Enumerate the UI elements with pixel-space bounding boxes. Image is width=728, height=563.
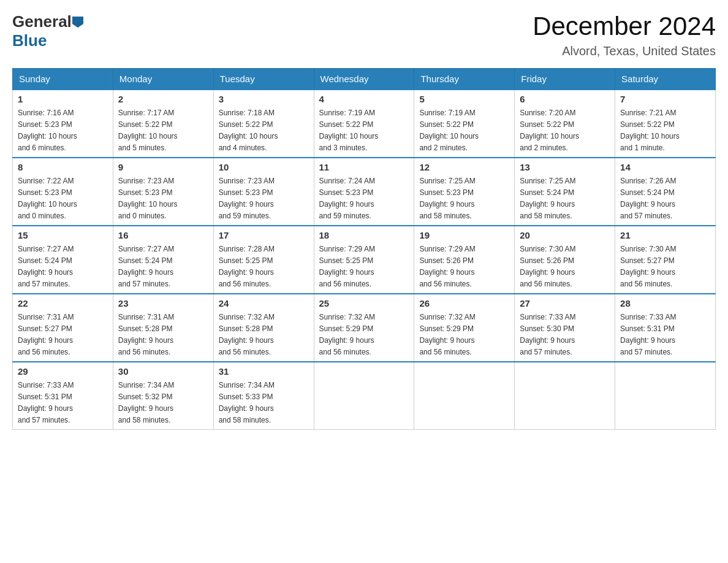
- day-number: 22: [18, 298, 108, 308]
- day-number: 12: [419, 162, 509, 172]
- table-row: 4 Sunrise: 7:19 AMSunset: 5:22 PMDayligh…: [314, 90, 414, 158]
- table-row: 19 Sunrise: 7:29 AMSunset: 5:26 PMDaylig…: [414, 226, 515, 294]
- table-row: 22 Sunrise: 7:31 AMSunset: 5:27 PMDaylig…: [13, 294, 113, 362]
- day-info: Sunrise: 7:29 AMSunset: 5:25 PMDaylight:…: [319, 245, 375, 288]
- day-number: 24: [219, 298, 309, 308]
- day-number: 19: [419, 230, 509, 240]
- day-number: 2: [118, 94, 208, 104]
- day-info: Sunrise: 7:31 AMSunset: 5:28 PMDaylight:…: [118, 313, 174, 356]
- table-row: 31 Sunrise: 7:34 AMSunset: 5:33 PMDaylig…: [213, 362, 314, 430]
- day-number: 4: [319, 94, 409, 104]
- header-thursday: Thursday: [414, 69, 515, 90]
- day-info: Sunrise: 7:32 AMSunset: 5:28 PMDaylight:…: [219, 313, 275, 356]
- table-row: 12 Sunrise: 7:25 AMSunset: 5:23 PMDaylig…: [414, 158, 515, 226]
- day-info: Sunrise: 7:18 AMSunset: 5:22 PMDaylight:…: [219, 109, 278, 152]
- day-info: Sunrise: 7:33 AMSunset: 5:30 PMDaylight:…: [520, 313, 575, 356]
- day-number: 9: [118, 162, 208, 172]
- day-number: 16: [118, 230, 208, 240]
- table-row: [314, 362, 414, 430]
- logo: General Blue: [12, 12, 84, 50]
- calendar-title: December 2024: [533, 12, 716, 40]
- logo-blue-text: Blue: [12, 31, 47, 50]
- table-row: 17 Sunrise: 7:28 AMSunset: 5:25 PMDaylig…: [213, 226, 314, 294]
- calendar-table: Sunday Monday Tuesday Wednesday Thursday…: [12, 68, 716, 430]
- day-info: Sunrise: 7:33 AMSunset: 5:31 PMDaylight:…: [620, 313, 676, 356]
- table-row: 8 Sunrise: 7:22 AMSunset: 5:23 PMDayligh…: [13, 158, 113, 226]
- table-row: 27 Sunrise: 7:33 AMSunset: 5:30 PMDaylig…: [515, 294, 615, 362]
- day-info: Sunrise: 7:24 AMSunset: 5:23 PMDaylight:…: [319, 177, 375, 220]
- table-row: 14 Sunrise: 7:26 AMSunset: 5:24 PMDaylig…: [615, 158, 716, 226]
- day-number: 30: [118, 366, 208, 377]
- table-row: 2 Sunrise: 7:17 AMSunset: 5:22 PMDayligh…: [113, 90, 213, 158]
- calendar-week-row: 22 Sunrise: 7:31 AMSunset: 5:27 PMDaylig…: [13, 294, 716, 362]
- table-row: 25 Sunrise: 7:32 AMSunset: 5:29 PMDaylig…: [314, 294, 414, 362]
- day-number: 29: [18, 366, 108, 377]
- day-info: Sunrise: 7:34 AMSunset: 5:33 PMDaylight:…: [219, 381, 275, 424]
- weekday-header-row: Sunday Monday Tuesday Wednesday Thursday…: [13, 69, 716, 90]
- day-info: Sunrise: 7:17 AMSunset: 5:22 PMDaylight:…: [118, 109, 178, 152]
- day-number: 23: [118, 298, 208, 308]
- day-info: Sunrise: 7:21 AMSunset: 5:22 PMDaylight:…: [620, 109, 680, 152]
- logo-flag-icon: [72, 17, 83, 28]
- day-number: 25: [319, 298, 409, 308]
- calendar-subtitle: Alvord, Texas, United States: [533, 44, 716, 58]
- day-info: Sunrise: 7:22 AMSunset: 5:23 PMDaylight:…: [18, 177, 77, 220]
- title-area: December 2024 Alvord, Texas, United Stat…: [533, 12, 716, 58]
- day-info: Sunrise: 7:19 AMSunset: 5:22 PMDaylight:…: [419, 109, 479, 152]
- table-row: 24 Sunrise: 7:32 AMSunset: 5:28 PMDaylig…: [213, 294, 314, 362]
- day-number: 6: [520, 94, 610, 104]
- day-info: Sunrise: 7:30 AMSunset: 5:27 PMDaylight:…: [620, 245, 676, 288]
- day-number: 26: [419, 298, 509, 308]
- day-number: 21: [620, 230, 710, 240]
- table-row: 29 Sunrise: 7:33 AMSunset: 5:31 PMDaylig…: [13, 362, 113, 430]
- day-info: Sunrise: 7:25 AMSunset: 5:23 PMDaylight:…: [419, 177, 475, 220]
- day-info: Sunrise: 7:19 AMSunset: 5:22 PMDaylight:…: [319, 109, 379, 152]
- day-number: 3: [219, 94, 309, 104]
- calendar-week-row: 15 Sunrise: 7:27 AMSunset: 5:24 PMDaylig…: [13, 226, 716, 294]
- day-info: Sunrise: 7:27 AMSunset: 5:24 PMDaylight:…: [18, 245, 74, 288]
- day-info: Sunrise: 7:29 AMSunset: 5:26 PMDaylight:…: [419, 245, 475, 288]
- day-info: Sunrise: 7:34 AMSunset: 5:32 PMDaylight:…: [118, 381, 174, 424]
- calendar-week-row: 1 Sunrise: 7:16 AMSunset: 5:23 PMDayligh…: [13, 90, 716, 158]
- header-monday: Monday: [113, 69, 213, 90]
- calendar-week-row: 29 Sunrise: 7:33 AMSunset: 5:31 PMDaylig…: [13, 362, 716, 430]
- table-row: 16 Sunrise: 7:27 AMSunset: 5:24 PMDaylig…: [113, 226, 213, 294]
- day-info: Sunrise: 7:28 AMSunset: 5:25 PMDaylight:…: [219, 245, 275, 288]
- page-header: General Blue December 2024 Alvord, Texas…: [12, 12, 716, 58]
- day-number: 8: [18, 162, 108, 172]
- table-row: 3 Sunrise: 7:18 AMSunset: 5:22 PMDayligh…: [213, 90, 314, 158]
- header-friday: Friday: [515, 69, 615, 90]
- day-number: 13: [520, 162, 610, 172]
- day-info: Sunrise: 7:26 AMSunset: 5:24 PMDaylight:…: [620, 177, 676, 220]
- day-info: Sunrise: 7:32 AMSunset: 5:29 PMDaylight:…: [419, 313, 475, 356]
- header-wednesday: Wednesday: [314, 69, 414, 90]
- day-number: 20: [520, 230, 610, 240]
- table-row: 6 Sunrise: 7:20 AMSunset: 5:22 PMDayligh…: [515, 90, 615, 158]
- table-row: 5 Sunrise: 7:19 AMSunset: 5:22 PMDayligh…: [414, 90, 515, 158]
- day-info: Sunrise: 7:32 AMSunset: 5:29 PMDaylight:…: [319, 313, 375, 356]
- day-number: 11: [319, 162, 409, 172]
- day-number: 18: [319, 230, 409, 240]
- day-info: Sunrise: 7:25 AMSunset: 5:24 PMDaylight:…: [520, 177, 575, 220]
- table-row: 26 Sunrise: 7:32 AMSunset: 5:29 PMDaylig…: [414, 294, 515, 362]
- day-info: Sunrise: 7:33 AMSunset: 5:31 PMDaylight:…: [18, 381, 74, 424]
- day-info: Sunrise: 7:27 AMSunset: 5:24 PMDaylight:…: [118, 245, 174, 288]
- day-info: Sunrise: 7:23 AMSunset: 5:23 PMDaylight:…: [219, 177, 275, 220]
- table-row: 1 Sunrise: 7:16 AMSunset: 5:23 PMDayligh…: [13, 90, 113, 158]
- day-info: Sunrise: 7:23 AMSunset: 5:23 PMDaylight:…: [118, 177, 178, 220]
- table-row: [615, 362, 716, 430]
- header-sunday: Sunday: [13, 69, 113, 90]
- day-info: Sunrise: 7:20 AMSunset: 5:22 PMDaylight:…: [520, 109, 579, 152]
- day-info: Sunrise: 7:31 AMSunset: 5:27 PMDaylight:…: [18, 313, 74, 356]
- header-tuesday: Tuesday: [213, 69, 314, 90]
- day-number: 5: [419, 94, 509, 104]
- day-number: 10: [219, 162, 309, 172]
- day-info: Sunrise: 7:30 AMSunset: 5:26 PMDaylight:…: [520, 245, 575, 288]
- table-row: 13 Sunrise: 7:25 AMSunset: 5:24 PMDaylig…: [515, 158, 615, 226]
- table-row: 11 Sunrise: 7:24 AMSunset: 5:23 PMDaylig…: [314, 158, 414, 226]
- table-row: 18 Sunrise: 7:29 AMSunset: 5:25 PMDaylig…: [314, 226, 414, 294]
- table-row: 20 Sunrise: 7:30 AMSunset: 5:26 PMDaylig…: [515, 226, 615, 294]
- day-number: 15: [18, 230, 108, 240]
- day-number: 1: [18, 94, 108, 104]
- table-row: 21 Sunrise: 7:30 AMSunset: 5:27 PMDaylig…: [615, 226, 716, 294]
